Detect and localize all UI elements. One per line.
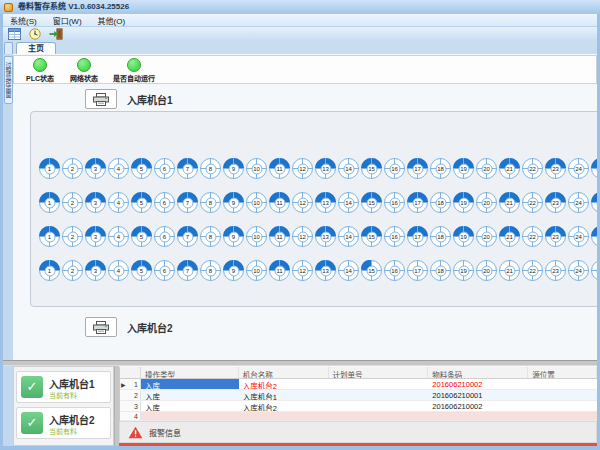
menu-other[interactable]: 其他(O) <box>98 15 126 26</box>
station1-print-button[interactable] <box>85 89 117 109</box>
station-slot: 24 <box>568 192 589 213</box>
station-slot: 2 <box>62 260 83 281</box>
exit-door-icon[interactable] <box>49 28 63 40</box>
station-slot: 23 <box>545 226 566 247</box>
slot-number: 16 <box>389 265 400 276</box>
table-cell[interactable] <box>329 390 429 400</box>
row-header[interactable]: 3 <box>120 401 141 411</box>
table-cell[interactable] <box>528 379 597 389</box>
table-cell[interactable] <box>528 412 597 420</box>
tab-home[interactable]: 主页 <box>16 42 56 54</box>
table-cell[interactable]: 入库机台2 <box>239 379 329 389</box>
station-slot: 22 <box>522 158 543 179</box>
table-cell[interactable] <box>528 390 597 400</box>
station-slot: 4 <box>108 260 129 281</box>
station-slot: 25 <box>591 158 597 179</box>
slot-number: 12 <box>297 197 308 208</box>
table-cell[interactable]: 201606210002 <box>428 379 528 389</box>
table-cell[interactable] <box>141 412 239 420</box>
slot-number: 15 <box>366 197 377 208</box>
table-row[interactable]: 3入库入库机台2201606210002 <box>120 401 597 412</box>
network-status-indicator: 网络状态 <box>62 56 106 83</box>
slot-number: 16 <box>389 231 400 242</box>
auto-run-lamp-icon <box>127 58 141 72</box>
station-slot: 1 <box>39 192 60 213</box>
station-slot: 24 <box>568 260 589 281</box>
slot-number: 1 <box>44 265 55 276</box>
toolbar <box>3 27 597 41</box>
table-cell[interactable]: 入库 <box>141 390 239 400</box>
station-slot: 21 <box>499 226 520 247</box>
station-slot: 7 <box>177 226 198 247</box>
printer-icon <box>93 321 109 334</box>
table-row[interactable]: 2入库入库机台1201606210001 <box>120 390 597 401</box>
column-header[interactable]: 操作类型 <box>141 367 239 378</box>
table-row[interactable]: ▶1入库入库机台2201606210002 <box>120 379 597 390</box>
title-bar[interactable]: 卷料暂存系统 V1.0.6034.25526 <box>0 0 600 14</box>
slot-number: 13 <box>320 163 331 174</box>
printer-icon <box>93 93 109 106</box>
slot-number: 4 <box>113 197 124 208</box>
station-slot: 16 <box>384 226 405 247</box>
station-slot: 19 <box>453 192 474 213</box>
station-slot: 6 <box>154 192 175 213</box>
slot-number: 6 <box>159 163 170 174</box>
slot-number: 18 <box>435 163 446 174</box>
machine-cards-panel: ✓ 入库机台1 当前有料 ✓ 入库机台2 当前有料 <box>13 366 114 446</box>
table-cell[interactable]: 201606210001 <box>428 390 528 400</box>
row-number: 4 <box>134 413 138 420</box>
menu-window[interactable]: 窗口(W) <box>53 15 82 26</box>
slot-number: 22 <box>527 197 538 208</box>
table-cell[interactable] <box>239 412 329 420</box>
slot-number: 7 <box>182 231 193 242</box>
table-cell[interactable]: 入库 <box>141 379 239 389</box>
row-header[interactable]: 2 <box>120 390 141 400</box>
slot-number: 14 <box>343 197 354 208</box>
slot-number: 11 <box>274 265 285 276</box>
station-slot: 17 <box>407 260 428 281</box>
plc-status-label: PLC状态 <box>18 73 62 83</box>
form-grid-icon[interactable] <box>7 28 21 40</box>
slot-number: 20 <box>481 231 492 242</box>
clock-icon[interactable] <box>28 28 42 40</box>
row-header[interactable]: ▶1 <box>120 379 141 389</box>
station-slot: 18 <box>430 260 451 281</box>
alarm-label: 报警信息 <box>149 427 181 438</box>
station-slot: 16 <box>384 260 405 281</box>
table-cell[interactable]: 入库机台1 <box>239 390 329 400</box>
station-slot: 4 <box>108 158 129 179</box>
station1-title: 入库机台1 <box>127 92 173 107</box>
table-cell[interactable]: 201606210002 <box>428 401 528 411</box>
side-panel-tab[interactable]: 过程监控画面 <box>4 56 13 104</box>
collapsed-panel-stub-tab[interactable] <box>4 42 13 54</box>
station2-print-button[interactable] <box>85 317 117 337</box>
table-cell[interactable] <box>329 379 429 389</box>
slot-number: 4 <box>113 231 124 242</box>
station-slot: 5 <box>131 192 152 213</box>
table-cell[interactable]: 入库 <box>141 401 239 411</box>
slot-row: 1234567891011121314151617181920212223242… <box>39 260 597 281</box>
slot-number: 16 <box>389 197 400 208</box>
slot-number: 3 <box>90 197 101 208</box>
table-cell[interactable]: 入库机台2 <box>239 401 329 411</box>
station-slot: 2 <box>62 226 83 247</box>
slot-number: 22 <box>527 265 538 276</box>
column-header[interactable]: 计划单号 <box>329 367 429 378</box>
slot-number: 25 <box>596 163 597 174</box>
table-cell[interactable] <box>428 412 528 420</box>
row-header-corner <box>120 367 141 378</box>
column-header[interactable]: 机台名称 <box>239 367 329 378</box>
slot-number: 2 <box>67 265 78 276</box>
table-cell[interactable] <box>329 412 429 420</box>
station-slot: 24 <box>568 226 589 247</box>
column-header[interactable]: 源位置 <box>528 367 597 378</box>
slot-number: 5 <box>136 197 147 208</box>
column-header[interactable]: 物料条码 <box>428 367 528 378</box>
table-cell[interactable] <box>528 401 597 411</box>
slot-number: 12 <box>297 231 308 242</box>
slot-number: 15 <box>366 163 377 174</box>
table-cell[interactable] <box>329 401 429 411</box>
menu-system[interactable]: 系统(S) <box>10 15 37 26</box>
row-header[interactable]: 4 <box>120 412 141 420</box>
table-row[interactable]: 4 <box>120 412 597 421</box>
